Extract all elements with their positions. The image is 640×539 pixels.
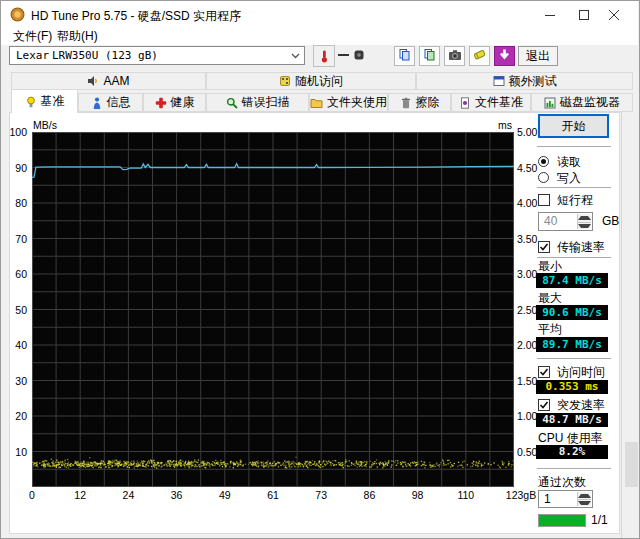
tab-label: 文件基准 bbox=[475, 94, 523, 111]
tab-window[interactable]: 额外测试 bbox=[416, 72, 633, 90]
read-label: 读取 bbox=[557, 155, 581, 169]
separator bbox=[537, 187, 611, 188]
chevron-down-icon bbox=[291, 53, 300, 59]
tab-label: 额外测试 bbox=[509, 73, 557, 90]
x-axis-tick: 24 bbox=[123, 489, 135, 501]
capacity-unit: GB bbox=[602, 214, 619, 228]
cpu-usage-label: CPU 使用率 bbox=[538, 431, 603, 445]
pass-count-label: 通过次数 bbox=[538, 475, 586, 489]
x-axis-tick: 49 bbox=[219, 489, 231, 501]
trash-icon bbox=[400, 97, 412, 109]
tab-bulb[interactable]: 基准 bbox=[11, 89, 78, 113]
tab-dice[interactable]: 随机访问 bbox=[206, 72, 416, 90]
x-axis-tick: 98 bbox=[412, 489, 424, 501]
tab-folder[interactable]: 文件夹使用 bbox=[309, 93, 388, 112]
y-axis-tick: 20 bbox=[3, 410, 27, 422]
y-axis-tick: 80 bbox=[3, 197, 27, 209]
gauge-icon bbox=[353, 49, 365, 61]
x-axis-tick: 123gB bbox=[506, 489, 536, 501]
tab-health[interactable]: 健康 bbox=[143, 93, 206, 112]
x-axis-tick: 86 bbox=[364, 489, 376, 501]
menu-help[interactable]: 帮助(H) bbox=[53, 28, 102, 45]
benchmark-plot bbox=[32, 132, 514, 487]
screenshot-icon bbox=[448, 49, 462, 64]
tab-label: 磁盘监视器 bbox=[560, 94, 620, 111]
tab-label: AAM bbox=[103, 74, 129, 88]
y-axis-tick: 60 bbox=[3, 268, 27, 280]
filebench-icon bbox=[459, 97, 471, 109]
access-time-label: 访问时间 bbox=[557, 365, 605, 379]
save-icon bbox=[473, 48, 486, 64]
y-axis-tick: 70 bbox=[3, 233, 27, 245]
write-radio[interactable] bbox=[538, 172, 549, 183]
screenshot-button[interactable] bbox=[444, 46, 465, 66]
spin-up-icon[interactable] bbox=[578, 492, 591, 499]
tab-label: 随机访问 bbox=[295, 73, 343, 90]
separator bbox=[537, 146, 611, 147]
pass-count-spinner[interactable]: 1 bbox=[538, 490, 593, 508]
tab-info[interactable]: 信息 bbox=[78, 93, 143, 112]
magnifier-icon bbox=[226, 97, 238, 109]
tab-speaker[interactable]: AAM bbox=[11, 72, 206, 90]
drive-vendor: Lexar bbox=[16, 49, 49, 62]
temperature-dash bbox=[338, 54, 349, 56]
capacity-value: 40 bbox=[544, 214, 557, 228]
toolbar: Lexar LRW350U (123 gB) 退出 bbox=[1, 45, 639, 72]
download-icon bbox=[498, 48, 511, 64]
exit-button[interactable]: 退出 bbox=[518, 46, 558, 66]
transfer-rate-label: 传输速率 bbox=[557, 240, 605, 254]
minimize-icon bbox=[545, 10, 555, 20]
capacity-spinner[interactable]: 40 bbox=[538, 212, 593, 231]
copy-image-button[interactable] bbox=[419, 46, 440, 66]
maximize-button[interactable] bbox=[569, 1, 599, 28]
x-axis-tick: 61 bbox=[267, 489, 279, 501]
save-button[interactable] bbox=[469, 46, 490, 66]
background-window-sliver bbox=[621, 112, 640, 538]
window-icon bbox=[493, 75, 505, 87]
separator bbox=[537, 257, 611, 258]
start-button[interactable]: 开始 bbox=[538, 114, 609, 138]
minimize-button[interactable] bbox=[535, 1, 565, 28]
y-axis-tick: 50 bbox=[3, 304, 27, 316]
copy-image-icon bbox=[423, 48, 436, 64]
x-axis-tick: 36 bbox=[171, 489, 183, 501]
download-button[interactable] bbox=[494, 46, 515, 66]
progress-label: 1/1 bbox=[591, 513, 608, 527]
y-axis-unit: MB/s bbox=[33, 119, 57, 131]
dice-icon bbox=[279, 75, 291, 87]
y-axis-right-tick: 1.00 bbox=[517, 410, 547, 422]
y-axis-right-tick: 1.50 bbox=[517, 375, 547, 387]
close-icon bbox=[609, 10, 619, 20]
tab-diskmon[interactable]: 磁盘监视器 bbox=[531, 93, 633, 112]
progress-bar bbox=[538, 514, 586, 527]
x-axis-tick: 110 bbox=[457, 489, 474, 501]
bulb-icon bbox=[25, 96, 37, 108]
copy-report-button[interactable] bbox=[394, 46, 415, 66]
y-axis-tick: 30 bbox=[3, 375, 27, 387]
y-axis-tick: 90 bbox=[3, 162, 27, 174]
title-bar: HD Tune Pro 5.75 - 硬盘/SSD 实用程序 bbox=[1, 1, 638, 28]
drive-select[interactable]: Lexar LRW350U (123 gB) bbox=[9, 46, 305, 65]
tab-label: 错误扫描 bbox=[242, 94, 290, 111]
y-axis-right-unit: ms bbox=[491, 119, 512, 131]
y-axis-right-tick: 4.00 bbox=[517, 197, 547, 209]
spin-down-icon[interactable] bbox=[578, 499, 591, 506]
drive-model: LRW350U (123 gB) bbox=[52, 49, 158, 62]
tab-label: 文件夹使用 bbox=[327, 94, 387, 111]
tab-label: 健康 bbox=[171, 94, 195, 111]
info-icon bbox=[91, 97, 103, 109]
tab-filebench[interactable]: 文件基准 bbox=[451, 93, 531, 112]
hd-tune-window: HD Tune Pro 5.75 - 硬盘/SSD 实用程序 文件(F)帮助(H… bbox=[0, 0, 640, 539]
spin-down-icon[interactable] bbox=[578, 222, 591, 230]
spin-up-icon[interactable] bbox=[578, 214, 591, 222]
app-icon bbox=[10, 7, 25, 22]
tab-magnifier[interactable]: 错误扫描 bbox=[206, 93, 309, 112]
scrollbar-thumb bbox=[625, 442, 638, 487]
menu-file[interactable]: 文件(F) bbox=[9, 28, 56, 45]
maximize-icon bbox=[579, 10, 589, 20]
y-axis-right-tick: 5.00 bbox=[517, 126, 547, 138]
temperature-button[interactable] bbox=[313, 45, 335, 67]
y-axis-tick: 100 bbox=[3, 126, 27, 138]
close-button[interactable] bbox=[599, 1, 629, 28]
tab-trash[interactable]: 擦除 bbox=[388, 93, 451, 112]
